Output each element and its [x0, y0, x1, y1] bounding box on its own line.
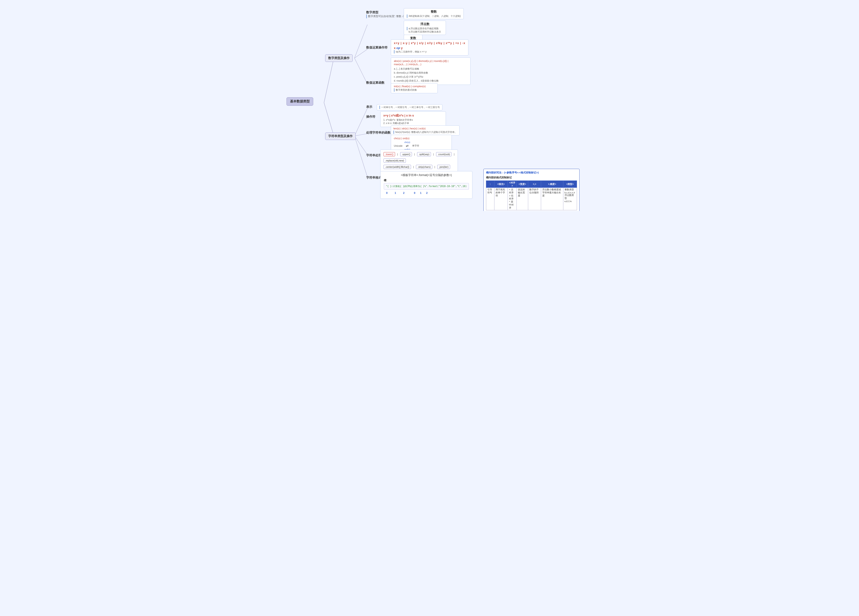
fmt-row-type: 整数类型b,c,d,o,x,X浮点数类型e,E,f,% — [563, 188, 577, 210]
svg-line-2 — [355, 25, 367, 58]
funcs-line1: len(s) | str(x) | hex(x) | oct(x) — [394, 127, 457, 130]
idx-2b: 2 — [426, 192, 428, 194]
numeric-ops-line1: x+y | x-y | x*y | x/y | x//y | x%y | x**… — [394, 42, 465, 45]
numeric-branch-label: 数字类型及操作 — [325, 55, 353, 62]
string-funcs-card: len(s) | str(x) | hex(x) | oct(x) hex(x)… — [391, 125, 459, 136]
fmt-col-align: <对齐> — [508, 181, 517, 188]
float-card: 浮点数 a.浮点数运算存在不确定尾数 b.浮点数可采用科学记数法表示 — [404, 20, 446, 35]
string-repr-card: 一对单引号，一对双引号，一对三单引号，一对三双引号 — [377, 104, 442, 111]
fmt-col-fill: <填充> — [494, 181, 508, 188]
method-center: .center(width[,fillchar]) — [384, 165, 411, 169]
method-join: .join(iter) — [437, 165, 450, 169]
section-string-ops: 操作符 — [366, 115, 375, 119]
float-note-b: b.浮点数可采用科学记数法表示 — [407, 30, 443, 34]
svg-line-6 — [355, 134, 367, 136]
format-template: <模板字符串>.format(<逗号分隔的参数>) — [384, 173, 469, 177]
root-node: 基本数据类型 — [286, 97, 313, 106]
integer-title: 整数 — [407, 9, 461, 14]
idx-0: 0 — [386, 192, 387, 194]
method-upper: .upper() — [400, 152, 412, 156]
method-lower: .lower() — [384, 152, 395, 156]
numeric-builtin-card: abs(x) | pow(x,y[,z]) | divmod(x,y) | ro… — [391, 58, 470, 85]
string-ops-note1: 1. x*n或n*x: 复制n次字符串x — [383, 119, 443, 122]
slot-label: 槽 — [384, 179, 469, 182]
svg-line-0 — [324, 58, 334, 103]
fmt-row-align: < 左对齐> 右对齐^ 居中对齐 — [508, 188, 517, 210]
string-ops-line: x+y | x*n或n*x | x in s — [383, 114, 443, 118]
section-string-funcs: 处理字符串的函数 — [366, 131, 390, 135]
format-example: "{ }:计算机{ }的CPU占用率为{ }%".format("2018-10… — [386, 185, 467, 187]
op-note: op为二元操作符，例如 x += y — [394, 50, 465, 53]
method-count: .count(sub) — [436, 152, 452, 156]
fmt-row-prec: 浮点数小数精度或字符串最大输出长度 — [541, 188, 563, 210]
numeric-ops-card: x+y | x-y | x*y | x/y | x//y | x%y | x**… — [391, 39, 469, 56]
string-repr-note: 一对单引号，一对双引号，一对三单引号，一对三双引号 — [380, 106, 440, 109]
method-strip: .strip(chars) — [416, 165, 432, 169]
integer-note: 4种进制表示(十进制、二进制、八进制、十六进制) — [407, 14, 461, 18]
idx-2: 2 — [403, 192, 405, 194]
fmt-col-comma: <,> — [528, 181, 541, 188]
method-replace: .replace(old,new) — [384, 159, 406, 163]
mind-map: 基本数据类型 数字类型及操作 数字类型 数字类型可以自动'拓宽': 整数 -浮点… — [280, 0, 579, 211]
builtin-note-d: d. round(x,[d]) 四舍五入，d是保留小数位数 — [394, 79, 467, 83]
section-numeric-funcs: 数值运算函数 — [366, 81, 384, 85]
method-split: .split(sep) — [417, 152, 431, 156]
type-conv-note: 数字类型的显式转换 — [394, 88, 435, 92]
type-conv-card: int(x) | float(x) | complex(x) 数字类型的显式转换 — [391, 83, 438, 93]
fmt-col-type: <类型> — [563, 181, 577, 188]
idx-1b: 1 — [420, 192, 422, 194]
builtin-line1: abs(x) | pow(x,y[,z]) | divmod(x,y) | ro… — [394, 59, 467, 62]
builtin-line2: max(a,b,...) | min(a,b,...) — [394, 63, 467, 65]
svg-line-5 — [355, 108, 367, 136]
chr-ord-line: chr(u) | ord(x) — [394, 137, 449, 140]
builtin-note-b: b. divmod(x,y) 同时输出商和余数 — [394, 71, 467, 75]
x-op-y: x op y — [394, 46, 403, 50]
string-ops-card: x+y | x*n或n*x | x in s 1. x*n或n*x: 复制n次字… — [380, 111, 446, 127]
fmt-row-colon: 引导符号 — [486, 188, 494, 210]
svg-line-1 — [324, 103, 334, 136]
string-ops-note2: 2. x in s: 判断x是s的子串 — [383, 122, 443, 125]
string-methods-card: .lower() | .upper() | .split(sep) | .cou… — [380, 150, 458, 172]
float-note-a: a.浮点数运算存在不确定尾数 — [407, 27, 443, 30]
fmt-col-width: <宽度> — [517, 181, 528, 188]
fmt-row-width: 设定的输出宽度 — [517, 188, 528, 210]
fmt-row-fill: 用于填充的单个字符 — [494, 188, 508, 210]
idx-0b: 0 — [414, 192, 415, 194]
type-conv-line: int(x) | float(x) | complex(x) — [394, 85, 435, 88]
fmt-row-comma: 数字的千位分隔符 — [528, 188, 541, 210]
svg-line-3 — [355, 49, 367, 58]
slot-syntax: 槽内部的写法：{<参数序号>:<格式控制标记>} — [486, 171, 577, 175]
svg-line-8 — [355, 136, 367, 177]
funcs-note: hex(x)与oct(x): 整数x的八进制与十六进制小写形式字符串。 — [394, 131, 457, 134]
builtin-note-a: a. [...] 表示参数可以省略 — [394, 67, 467, 71]
format-table: : <填充> <对齐> <宽度> <,> <.精度> <类型> 引导符号 用于填… — [486, 181, 577, 210]
unicode-label: Unicode — [394, 145, 403, 147]
idx-1: 1 — [395, 192, 396, 194]
builtin-note-c: c. pow(x,y[,z]) 计算 (x**y)%z — [394, 75, 467, 79]
string-branch-label: 字符串类型及操作 — [325, 133, 356, 140]
chr-label: chr(u) — [405, 141, 410, 143]
single-char-label: 单字符 — [412, 144, 419, 147]
section-string-repr: 表示 — [366, 105, 372, 109]
slot-control-title: 槽内部的格式控制标记 — [486, 176, 577, 179]
svg-line-4 — [355, 58, 367, 84]
section-numeric-type: 数字类型 — [366, 11, 378, 14]
format-card: <模板字符串>.format(<逗号分隔的参数>) 槽 "{ }:计算机{ }的… — [380, 171, 472, 199]
integer-card: 整数 4种进制表示(十进制、二进制、八进制、十六进制) — [404, 8, 464, 19]
slot-info-panel: 槽内部的写法：{<参数序号>:<格式控制标记>} 槽内部的格式控制标记 : <填… — [483, 169, 579, 211]
svg-line-7 — [355, 136, 367, 155]
float-title: 浮点数 — [407, 22, 443, 26]
fmt-col-prec: <.精度> — [541, 181, 563, 188]
fmt-col-colon: : — [486, 181, 494, 188]
section-numeric-ops: 数值运算操作符 — [366, 46, 387, 50]
